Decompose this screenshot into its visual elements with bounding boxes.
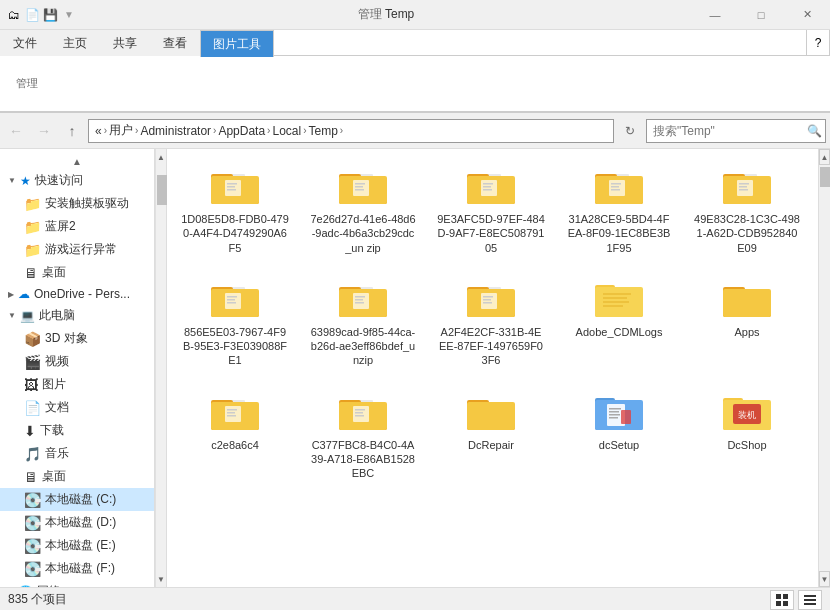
svg-rect-33 <box>611 183 621 185</box>
sidebar-item-drive-c[interactable]: 💽 本地磁盘 (C:) <box>0 488 154 511</box>
sidebar-item-video[interactable]: 🎬 视频 <box>0 350 154 373</box>
sidebar-quick-access-header[interactable]: ▼ ★ 快速访问 <box>0 169 154 192</box>
folder-item[interactable]: C377FBC8-B4C0-4A39-A718-E86AB1528EBC <box>303 383 423 488</box>
folder-item[interactable]: dcSetup <box>559 383 679 488</box>
folder-label: A2F4E2CF-331B-4EEE-87EF-1497659F03F6 <box>437 325 545 368</box>
sidebar-item-desktop1[interactable]: 🖥 桌面 <box>0 261 154 284</box>
folder-item[interactable]: DcRepair <box>431 383 551 488</box>
content-scroll-up[interactable]: ▲ <box>819 149 830 165</box>
folder-item[interactable]: c2e8a6c4 <box>175 383 295 488</box>
sidebar-item-drive-e[interactable]: 💽 本地磁盘 (E:) <box>0 534 154 557</box>
sidebar-item-touchpad[interactable]: 📁 安装触摸板驱动 <box>0 192 154 215</box>
sidebar-item-music[interactable]: 🎵 音乐 <box>0 442 154 465</box>
main-layout: ▲ ▼ ★ 快速访问 📁 安装触摸板驱动 📁 蓝屏2 📁 游戏运行异常 🖥 桌面… <box>0 149 830 587</box>
sidebar-item-3d[interactable]: 📦 3D 对象 <box>0 327 154 350</box>
folder-label: 7e26d27d-41e6-48d6-9adc-4b6a3cb29cdc_un … <box>309 212 417 255</box>
folder-item[interactable]: 9E3AFC5D-97EF-484D-9AF7-E8EC50879105 <box>431 157 551 262</box>
search-box[interactable]: 🔍 <box>646 119 826 143</box>
sidebar-item-drive-d[interactable]: 💽 本地磁盘 (D:) <box>0 511 154 534</box>
path-user[interactable]: 用户 <box>109 122 133 139</box>
tab-picture-tools[interactable]: 图片工具 <box>200 30 274 57</box>
folder-item[interactable]: 7e26d27d-41e6-48d6-9adc-4b6a3cb29cdc_un … <box>303 157 423 262</box>
sidebar-item-desktop2[interactable]: 🖥 桌面 <box>0 465 154 488</box>
tab-view[interactable]: 查看 <box>150 30 200 56</box>
svg-rect-107 <box>227 412 235 414</box>
quick-access-label: 快速访问 <box>35 172 83 189</box>
path-appdata[interactable]: AppData <box>218 124 265 138</box>
sidebar-network-header[interactable]: ▶ 🌐 网络 <box>0 580 154 587</box>
sidebar-scroll-track <box>156 165 166 571</box>
network-label: 网络 <box>37 583 61 587</box>
pictures-icon: 🖼 <box>24 377 38 393</box>
svg-rect-120 <box>467 402 515 430</box>
path-administrator[interactable]: Administrator <box>140 124 211 138</box>
folder-label: DcRepair <box>468 438 514 452</box>
path-local[interactable]: Local <box>272 124 301 138</box>
address-path[interactable]: « › 用户 › Administrator › AppData › Local… <box>88 119 614 143</box>
svg-rect-115 <box>355 409 365 411</box>
sidebar-item-documents[interactable]: 📄 文档 <box>0 396 154 419</box>
folder-item[interactable]: A2F4E2CF-331B-4EEE-87EF-1497659F03F6 <box>431 270 551 375</box>
folder-label: DcShop <box>727 438 766 452</box>
sidebar-item-bsod[interactable]: 📁 蓝屏2 <box>0 215 154 238</box>
forward-button[interactable]: → <box>32 119 56 143</box>
app-icon-3: 💾 <box>42 7 58 23</box>
sidebar-scroll-thumb[interactable] <box>157 175 167 205</box>
back-button[interactable]: ← <box>4 119 28 143</box>
grid-view-button[interactable] <box>770 590 794 610</box>
search-input[interactable] <box>653 124 803 138</box>
refresh-button[interactable]: ↻ <box>618 119 642 143</box>
help-button[interactable]: ? <box>806 30 830 56</box>
folder-item[interactable]: Apps <box>687 270 807 375</box>
sidebar-item-pictures[interactable]: 🖼 图片 <box>0 373 154 396</box>
folder-item[interactable]: 装机 DcShop <box>687 383 807 488</box>
ribbon-group-label: 管理 <box>8 76 46 91</box>
chevron-icon: ▼ <box>8 176 16 185</box>
thispc-label: 此电脑 <box>39 307 75 324</box>
folder-label: dcSetup <box>599 438 639 452</box>
path-temp[interactable]: Temp <box>308 124 337 138</box>
maximize-button[interactable]: □ <box>738 0 784 30</box>
ribbon: 文件 主页 共享 查看 图片工具 ? 管理 <box>0 30 830 113</box>
content-scroll-thumb[interactable] <box>820 167 830 187</box>
folder-item[interactable]: 1D08E5D8-FDB0-4790-A4F4-D4749290A6F5 <box>175 157 295 262</box>
list-view-button[interactable] <box>798 590 822 610</box>
sidebar-item-downloads[interactable]: ⬇ 下载 <box>0 419 154 442</box>
folder-item[interactable]: 49E83C28-1C3C-4981-A62D-CDB952840E09 <box>687 157 807 262</box>
folder-grid: 1D08E5D8-FDB0-4790-A4F4-D4749290A6F5 7e2… <box>175 157 810 488</box>
content-scroll-down[interactable]: ▼ <box>819 571 830 587</box>
tab-home[interactable]: 主页 <box>50 30 100 56</box>
up-button[interactable]: ↑ <box>60 119 84 143</box>
svg-rect-84 <box>603 293 631 295</box>
svg-rect-5 <box>225 180 241 196</box>
folder-label: c2e8a6c4 <box>211 438 259 452</box>
svg-rect-69 <box>355 296 365 298</box>
svg-rect-17 <box>355 189 364 191</box>
ribbon-tabs: 文件 主页 共享 查看 图片工具 ? <box>0 30 830 56</box>
folder-label: 856E5E03-7967-4F9B-95E3-F3E039088FE1 <box>181 325 289 368</box>
music-icon: 🎵 <box>24 446 41 462</box>
tab-file[interactable]: 文件 <box>0 30 50 56</box>
svg-text:装机: 装机 <box>738 410 756 420</box>
folder-item[interactable]: 63989cad-9f85-44ca-b26d-ae3eff86bdef_unz… <box>303 270 423 375</box>
svg-rect-128 <box>609 417 618 419</box>
sidebar-item-drive-f[interactable]: 💽 本地磁盘 (F:) <box>0 557 154 580</box>
svg-rect-43 <box>739 186 747 188</box>
svg-rect-68 <box>353 293 369 309</box>
sidebar-scroll-down[interactable]: ▼ <box>156 571 166 587</box>
minimize-button[interactable]: — <box>692 0 738 30</box>
close-button[interactable]: ✕ <box>784 0 830 30</box>
tab-share[interactable]: 共享 <box>100 30 150 56</box>
sidebar-item-game-error[interactable]: 📁 游戏运行异常 <box>0 238 154 261</box>
sidebar-scroll-up[interactable]: ▲ <box>156 149 166 165</box>
svg-rect-143 <box>776 601 781 606</box>
quick-access-star-icon: ★ <box>20 174 31 188</box>
folder-item[interactable]: 856E5E03-7967-4F9B-95E3-F3E039088FE1 <box>175 270 295 375</box>
sidebar-onedrive-header[interactable]: ▶ ☁ OneDrive - Pers... <box>0 284 154 304</box>
svg-rect-90 <box>723 289 771 317</box>
folder-item[interactable]: Adobe_CDMLogs <box>559 270 679 375</box>
folder-item[interactable]: 31A28CE9-5BD4-4FEA-8F09-1EC8BE3B1F95 <box>559 157 679 262</box>
folder-icon: 📁 <box>24 196 41 212</box>
sidebar-thispc-header[interactable]: ▼ 💻 此电脑 <box>0 304 154 327</box>
sidebar-scroll-top[interactable]: ▲ <box>0 153 154 169</box>
